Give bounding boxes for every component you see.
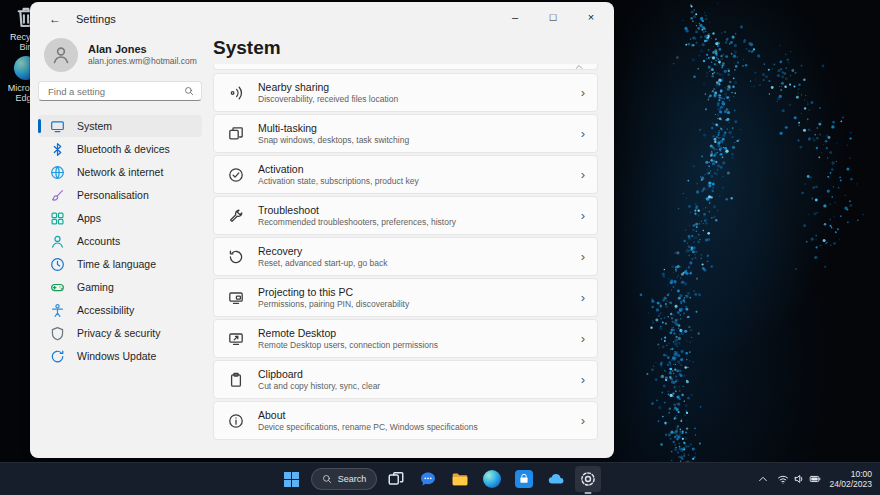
card-remote-desktop[interactable]: Remote Desktop Remote Desktop users, con…	[213, 319, 598, 358]
chat-button[interactable]	[415, 466, 441, 492]
user-email: alan.jones.wm@hotmail.com	[88, 56, 197, 67]
card-title: Activation	[258, 163, 567, 175]
sidebar-item-windows-update[interactable]: Windows Update	[38, 345, 202, 367]
system-icon	[50, 119, 65, 134]
sidebar-item-label: Apps	[77, 212, 101, 224]
sidebar-item-label: Privacy & security	[77, 327, 160, 339]
onedrive-button[interactable]	[543, 466, 569, 492]
settings-search-input[interactable]	[46, 85, 184, 98]
card-title: Nearby sharing	[258, 81, 567, 93]
recovery-icon	[228, 249, 244, 265]
user-name: Alan Jones	[88, 43, 197, 56]
user-profile[interactable]: Alan Jones alan.jones.wm@hotmail.com	[44, 38, 202, 72]
nearby-sharing-icon	[228, 85, 244, 101]
apps-grid-icon	[50, 211, 65, 226]
search-icon	[322, 474, 332, 484]
sidebar-item-personalisation[interactable]: Personalisation	[38, 184, 202, 206]
sidebar-item-label: Accessibility	[77, 304, 134, 316]
info-icon	[228, 413, 244, 429]
chevron-right-icon: ›	[581, 127, 585, 140]
taskbar: Search	[0, 462, 880, 495]
minimize-button[interactable]: –	[496, 4, 534, 30]
card-title: Projecting to this PC	[258, 286, 567, 298]
card-about[interactable]: About Device specifications, rename PC, …	[213, 401, 598, 440]
sidebar-item-label: Windows Update	[77, 350, 156, 362]
card-subtitle: Discoverability, received files location	[258, 94, 567, 104]
settings-main-pane: System Nearby sharing Discoverability, r…	[213, 36, 598, 458]
sidebar-item-label: Gaming	[77, 281, 114, 293]
sidebar-item-network-internet[interactable]: Network & internet	[38, 161, 202, 183]
close-button[interactable]: ×	[572, 4, 610, 30]
taskbar-clock[interactable]: 10:00 24/02/2023	[829, 469, 872, 489]
settings-sidebar: Alan Jones alan.jones.wm@hotmail.com Sys…	[30, 36, 210, 458]
volume-icon	[793, 473, 805, 485]
caption-buttons: – □ ×	[496, 4, 610, 30]
card-recovery[interactable]: Recovery Reset, advanced start-up, go ba…	[213, 237, 598, 276]
card-subtitle: Device specifications, rename PC, Window…	[258, 422, 567, 432]
gamepad-icon	[50, 280, 65, 295]
sidebar-item-privacy-security[interactable]: Privacy & security	[38, 322, 202, 344]
chevron-right-icon: ›	[581, 168, 585, 181]
sidebar-item-accessibility[interactable]: Accessibility	[38, 299, 202, 321]
chevron-right-icon: ›	[581, 414, 585, 427]
avatar	[44, 38, 78, 72]
sidebar-item-label: Time & language	[77, 258, 156, 270]
multitask-icon	[228, 126, 244, 142]
sidebar-item-apps[interactable]: Apps	[38, 207, 202, 229]
sidebar-item-gaming[interactable]: Gaming	[38, 276, 202, 298]
card-title: Troubleshoot	[258, 204, 567, 216]
projecting-icon	[228, 290, 244, 306]
start-button[interactable]	[279, 466, 305, 492]
settings-window: ← Settings – □ × Alan Jones alan.jones.w…	[30, 2, 614, 458]
settings-app-button[interactable]	[575, 466, 601, 492]
clock-time: 10:00	[829, 469, 872, 479]
settings-search-box	[38, 81, 202, 101]
microsoft-store-button[interactable]	[511, 466, 537, 492]
card-projecting-to-this-pc[interactable]: Projecting to this PC Permissions, pairi…	[213, 278, 598, 317]
clock-icon	[50, 257, 65, 272]
task-view-icon	[387, 470, 405, 488]
taskbar-center: Search	[279, 466, 602, 492]
taskbar-search[interactable]: Search	[311, 468, 378, 490]
sidebar-item-label: Network & internet	[77, 166, 163, 178]
wifi-icon	[777, 473, 789, 485]
window-title: Settings	[76, 13, 116, 25]
chat-icon	[419, 470, 437, 488]
windows-logo-icon	[284, 472, 299, 487]
card-troubleshoot[interactable]: Troubleshoot Recommended troubleshooters…	[213, 196, 598, 235]
card-multi-tasking[interactable]: Multi-tasking Snap windows, desktops, ta…	[213, 114, 598, 153]
back-button[interactable]: ←	[42, 7, 68, 31]
remote-desktop-icon	[228, 331, 244, 347]
sidebar-item-accounts[interactable]: Accounts	[38, 230, 202, 252]
card-title: About	[258, 409, 567, 421]
sidebar-item-system[interactable]: System	[38, 115, 202, 137]
chevron-right-icon: ›	[581, 250, 585, 263]
quick-settings[interactable]	[777, 473, 821, 485]
card-title: Multi-tasking	[258, 122, 567, 134]
chevron-right-icon: ›	[581, 291, 585, 304]
card-subtitle: Cut and copy history, sync, clear	[258, 381, 567, 391]
card-activation[interactable]: Activation Activation state, subscriptio…	[213, 155, 598, 194]
settings-card-list: Nearby sharing Discoverability, received…	[213, 64, 598, 440]
battery-icon	[809, 473, 821, 485]
edge-button[interactable]	[479, 466, 505, 492]
partial-card-above[interactable]	[213, 64, 598, 70]
chevron-right-icon: ›	[581, 332, 585, 345]
card-subtitle: Snap windows, desktops, task switching	[258, 135, 567, 145]
sidebar-item-label: Personalisation	[77, 189, 149, 201]
sidebar-item-bluetooth-devices[interactable]: Bluetooth & devices	[38, 138, 202, 160]
hidden-icons-chevron-icon[interactable]	[757, 473, 769, 485]
sidebar-item-time-language[interactable]: Time & language	[38, 253, 202, 275]
edge-icon	[483, 470, 501, 488]
card-subtitle: Permissions, pairing PIN, discoverabilit…	[258, 299, 567, 309]
task-view-button[interactable]	[383, 466, 409, 492]
file-explorer-button[interactable]	[447, 466, 473, 492]
clock-date: 24/02/2023	[829, 479, 872, 489]
chevron-right-icon: ›	[581, 86, 585, 99]
scroll-up-icon[interactable]	[574, 62, 584, 72]
maximize-button[interactable]: □	[534, 4, 572, 30]
search-icon	[184, 86, 194, 96]
card-clipboard[interactable]: Clipboard Cut and copy history, sync, cl…	[213, 360, 598, 399]
card-nearby-sharing[interactable]: Nearby sharing Discoverability, received…	[213, 73, 598, 112]
page-title: System	[213, 36, 598, 60]
